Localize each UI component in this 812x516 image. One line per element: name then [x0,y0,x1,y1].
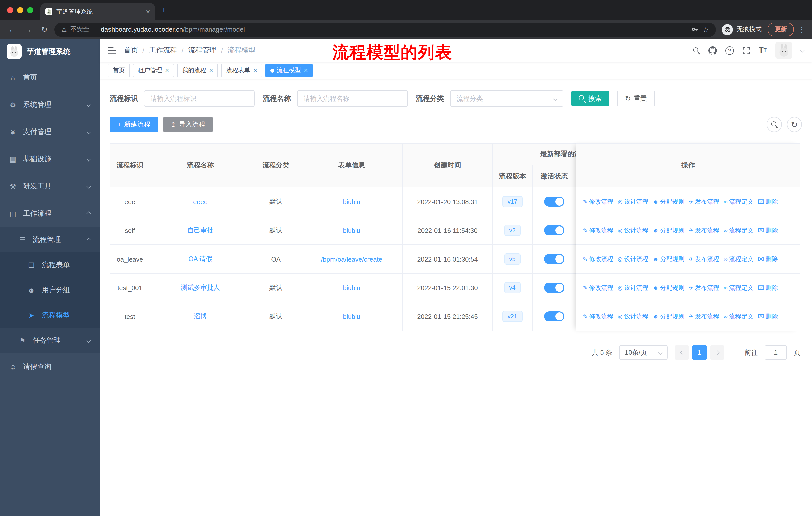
process-name-link[interactable]: 测试多审批人 [181,283,220,292]
tag-close-icon[interactable]: × [209,66,213,74]
action-assign-link[interactable]: ☻ 分配规则 [653,283,685,292]
version-badge[interactable]: v21 [503,311,523,322]
version-badge[interactable]: v5 [504,253,521,265]
font-size-icon[interactable]: TT [759,46,767,54]
new-tab-button[interactable]: + [161,4,167,16]
prev-page-button[interactable] [674,345,689,360]
sidebar-item-home[interactable]: ⌂ 首页 [0,64,100,91]
toggle-search-button[interactable] [767,117,782,132]
action-delete-link[interactable]: ⌧ 删除 [758,197,778,206]
reload-button[interactable]: ↻ [38,25,50,34]
version-badge[interactable]: v4 [504,282,521,293]
action-modify-link[interactable]: ✎ 修改流程 [583,283,613,292]
process-name-link[interactable]: eeee [193,198,208,205]
action-definition-link[interactable]: ∞ 流程定义 [724,197,753,206]
window-minimize-button[interactable] [17,7,23,13]
action-modify-link[interactable]: ✎ 修改流程 [583,255,613,263]
action-assign-link[interactable]: ☻ 分配规则 [653,197,685,206]
action-delete-link[interactable]: ⌧ 删除 [758,283,778,292]
fullscreen-icon[interactable] [743,47,750,54]
password-key-icon[interactable] [691,26,699,33]
tab-home[interactable]: 首页 [108,64,130,77]
action-definition-link[interactable]: ∞ 流程定义 [724,226,753,235]
action-assign-link[interactable]: ☻ 分配规则 [653,255,685,263]
sidebar-item-task-mgmt[interactable]: ⚑ 任务管理 [0,328,100,353]
sidebar-item-devtools[interactable]: ⚒ 研发工具 [0,173,100,200]
sidebar-item-process-model[interactable]: ➤ 流程模型 [0,303,100,328]
import-process-button[interactable]: ↥ 导入流程 [163,117,213,132]
action-assign-link[interactable]: ☻ 分配规则 [653,226,685,235]
create-process-button[interactable]: + 新建流程 [110,117,158,132]
tab-tenant-mgmt[interactable]: 租户管理 × [133,64,174,77]
security-label[interactable]: 不安全 [70,25,89,34]
action-definition-link[interactable]: ∞ 流程定义 [724,312,753,321]
action-delete-link[interactable]: ⌧ 删除 [758,226,778,235]
address-bar[interactable]: ⚠ 不安全 dashboard.yudao.iocoder.cn/bpm/man… [54,22,716,36]
sidebar-item-leave-query[interactable]: ☺ 请假查询 [0,353,100,380]
window-zoom-button[interactable] [27,7,33,13]
refresh-button[interactable]: ↻ [787,117,802,132]
avatar-caret-icon[interactable] [801,48,805,53]
active-status-toggle[interactable] [544,283,564,293]
action-design-link[interactable]: ◎ 设计流程 [618,255,648,263]
browser-menu-icon[interactable]: ⋮ [798,25,806,34]
key-input[interactable] [144,90,255,107]
version-badge[interactable]: v2 [504,225,521,236]
action-modify-link[interactable]: ✎ 修改流程 [583,226,613,235]
action-publish-link[interactable]: ✈ 发布流程 [689,283,719,292]
tag-close-icon[interactable]: × [165,66,169,74]
sidebar-item-system-mgmt[interactable]: ⚙ 系统管理 [0,91,100,118]
search-icon[interactable] [693,47,700,54]
version-badge[interactable]: v17 [503,196,523,207]
sidebar-item-user-group[interactable]: ☻ 用户分组 [0,278,100,303]
form-info-link[interactable]: biubiu [343,226,360,234]
action-publish-link[interactable]: ✈ 发布流程 [689,197,719,206]
tab-process-form[interactable]: 流程表单 × [221,64,262,77]
name-input[interactable] [297,90,408,107]
active-status-toggle[interactable] [544,225,564,235]
reset-button[interactable]: ↻ 重置 [617,91,655,106]
browser-tab[interactable]: 芋道管理系统 × [40,3,155,20]
tab-close-icon[interactable]: × [146,7,150,16]
category-select[interactable]: 流程分类 [450,90,563,107]
action-publish-link[interactable]: ✈ 发布流程 [689,255,719,263]
avatar[interactable] [775,42,792,59]
action-publish-link[interactable]: ✈ 发布流程 [689,312,719,321]
page-1-button[interactable]: 1 [692,345,707,360]
process-name-link[interactable]: 自己审批 [187,226,213,235]
update-button[interactable]: 更新 [768,23,794,36]
forward-button[interactable]: → [22,25,34,34]
next-page-button[interactable] [710,345,724,360]
action-design-link[interactable]: ◎ 设计流程 [618,312,648,321]
app-logo[interactable]: 芋道管理系统 [0,39,100,64]
active-status-toggle[interactable] [544,196,564,207]
action-definition-link[interactable]: ∞ 流程定义 [724,283,753,292]
tab-process-model[interactable]: 流程模型 × [265,64,313,77]
active-status-toggle[interactable] [544,254,564,264]
action-delete-link[interactable]: ⌧ 删除 [758,255,778,263]
form-info-link[interactable]: /bpm/oa/leave/create [321,255,382,263]
sidebar-item-process-form[interactable]: ❏ 流程表单 [0,252,100,278]
process-name-link[interactable]: 滔博 [194,312,207,321]
action-delete-link[interactable]: ⌧ 删除 [758,312,778,321]
search-button[interactable]: 搜索 [571,91,609,106]
action-modify-link[interactable]: ✎ 修改流程 [583,312,613,321]
action-modify-link[interactable]: ✎ 修改流程 [583,197,613,206]
form-info-link[interactable]: biubiu [343,313,360,320]
action-publish-link[interactable]: ✈ 发布流程 [689,226,719,235]
tag-close-icon[interactable]: × [304,66,308,74]
action-design-link[interactable]: ◎ 设计流程 [618,197,648,206]
form-info-link[interactable]: biubiu [343,198,360,205]
back-button[interactable]: ← [6,25,18,34]
action-design-link[interactable]: ◎ 设计流程 [618,283,648,292]
action-assign-link[interactable]: ☻ 分配规则 [653,312,685,321]
action-definition-link[interactable]: ∞ 流程定义 [724,255,753,263]
github-icon[interactable] [708,46,717,55]
tab-my-process[interactable]: 我的流程 × [177,64,218,77]
bookmark-star-icon[interactable]: ☆ [702,25,709,33]
action-design-link[interactable]: ◎ 设计流程 [618,226,648,235]
form-info-link[interactable]: biubiu [343,284,360,292]
page-size-select[interactable]: 10条/页 [619,345,668,360]
sidebar-item-payment-mgmt[interactable]: ¥ 支付管理 [0,118,100,146]
help-icon[interactable]: ? [725,46,734,55]
